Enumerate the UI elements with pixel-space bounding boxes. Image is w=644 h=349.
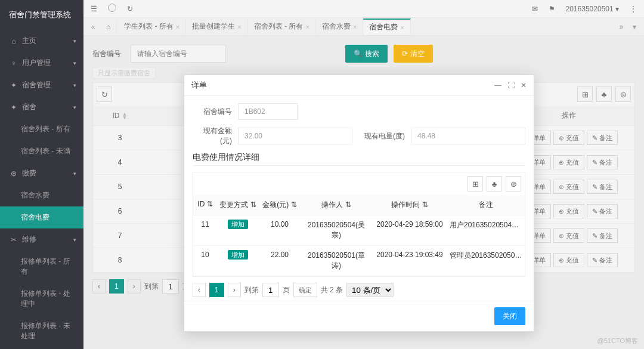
dcol-amt[interactable]: 金额(元) ⇅	[259, 195, 301, 215]
minimize-icon[interactable]: —	[494, 81, 501, 89]
change-type-tag: 增加	[228, 220, 248, 229]
dlg-page-1[interactable]: 1	[209, 283, 224, 297]
dcol-time[interactable]: 操作时间 ⇅	[372, 195, 447, 215]
detail-dialog: 详单 — ⛶ ✕ 宿舍编号 1B602 现有金额(元) 32.00 现有电量(度…	[184, 75, 534, 332]
section-title: 电费使用情况详细	[193, 152, 525, 168]
detail-row: 10增加22.00201635020501(章涛)2020-04-23 19:0…	[193, 246, 525, 276]
dialog-title: 详单	[191, 80, 207, 91]
dcol-op[interactable]: 操作人 ⇅	[301, 195, 372, 215]
dlg-page-size[interactable]: 10 条/页	[346, 283, 394, 297]
change-type-tag: 增加	[228, 250, 248, 260]
power-value: 48.48	[411, 128, 525, 144]
dcol-way[interactable]: 变更方式 ⇅	[217, 195, 259, 215]
watermark: @51CTO博客	[597, 336, 638, 345]
detail-row: 11增加10.00201635020504(吴宗)2020-04-29 18:5…	[193, 215, 525, 246]
dorm-label: 宿舍编号	[193, 107, 232, 117]
dlg-next[interactable]: ›	[228, 283, 241, 297]
money-label: 现有金额(元)	[193, 126, 232, 146]
dcol-note: 备注	[447, 195, 525, 215]
dlg-prev[interactable]: ‹	[193, 283, 206, 297]
close-icon[interactable]: ✕	[521, 81, 527, 89]
detail-table: ⊞ ♣ ⊜ ID ⇅ 变更方式 ⇅ 金额(元) ⇅ 操作人 ⇅ 操作时间 ⇅ 备…	[193, 172, 525, 277]
dialog-pager: ‹ 1 › 到第 页 确定 共 2 条 10 条/页	[193, 283, 525, 297]
power-label: 现有电量(度)	[358, 131, 405, 141]
dlg-export-icon[interactable]: ♣	[487, 176, 502, 192]
dlg-goto[interactable]: 确定	[293, 283, 317, 297]
dcol-id[interactable]: ID ⇅	[193, 195, 217, 215]
money-value: 32.00	[238, 128, 352, 144]
dlg-columns-icon[interactable]: ⊞	[467, 176, 483, 192]
close-button[interactable]: 关闭	[494, 307, 525, 325]
maximize-icon[interactable]: ⛶	[507, 81, 515, 89]
dorm-value: 1B602	[238, 103, 298, 120]
dlg-print-icon[interactable]: ⊜	[506, 176, 521, 192]
dlg-page-input[interactable]	[262, 283, 279, 297]
